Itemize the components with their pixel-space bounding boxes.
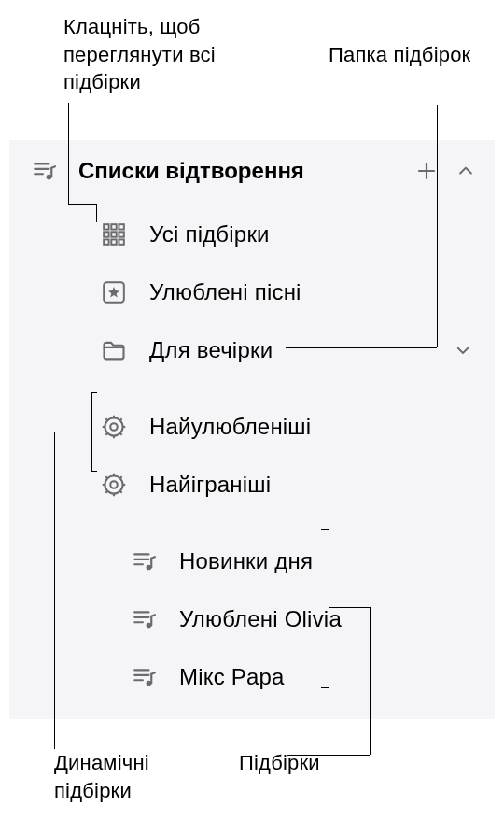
row-party-folder[interactable]: Для вечірки xyxy=(9,321,495,379)
svg-line-26 xyxy=(105,433,107,435)
row-label: Найіграніші xyxy=(149,472,474,498)
row-mix-papa[interactable]: Мікс Papa xyxy=(9,648,495,706)
svg-rect-12 xyxy=(104,239,108,244)
svg-point-28 xyxy=(105,475,122,493)
svg-line-36 xyxy=(105,491,107,493)
svg-point-19 xyxy=(110,423,117,430)
leader-line xyxy=(54,432,55,749)
svg-rect-6 xyxy=(104,224,108,229)
leader-line xyxy=(91,392,92,471)
leader-line xyxy=(437,105,438,347)
leader-line xyxy=(329,529,329,687)
row-most-played[interactable]: Найіграніші xyxy=(9,456,495,514)
svg-line-27 xyxy=(120,418,122,420)
leader-line xyxy=(286,347,437,348)
row-label: Новинки дня xyxy=(179,548,474,574)
leader-line xyxy=(329,607,370,608)
playlists-header-title: Списки відтворення xyxy=(78,158,413,184)
row-label: Усі підбірки xyxy=(149,221,474,248)
sidebar-panel: Списки відтворення Усі підбірки xyxy=(9,140,495,719)
leader-line xyxy=(68,103,69,204)
svg-rect-14 xyxy=(119,239,123,244)
svg-point-29 xyxy=(110,481,117,488)
row-label: Мікс Papa xyxy=(179,664,474,690)
row-label: Улюблені Olivia xyxy=(179,606,474,632)
collapse-chevron-icon[interactable] xyxy=(454,159,478,183)
callout-smart-playlists-b: підбірки xyxy=(54,777,132,805)
svg-line-35 xyxy=(120,491,122,493)
playlists-list: Усі підбірки Улюблені пісні xyxy=(9,202,495,706)
svg-rect-9 xyxy=(104,232,108,236)
leader-line xyxy=(321,529,329,530)
expand-chevron-icon[interactable] xyxy=(452,339,474,361)
leader-line xyxy=(54,432,91,432)
diagram-canvas: Клацніть, щоб переглянути всі підбірки П… xyxy=(0,0,504,835)
playlist-icon xyxy=(30,157,58,185)
svg-rect-13 xyxy=(111,239,116,244)
svg-rect-11 xyxy=(119,232,123,236)
svg-point-18 xyxy=(105,418,122,435)
row-all-playlists[interactable]: Усі підбірки xyxy=(9,205,495,263)
callout-smart-playlists-a: Динамічні xyxy=(54,749,149,777)
svg-line-37 xyxy=(120,476,122,478)
playlist-icon xyxy=(129,546,159,576)
grid-icon xyxy=(99,219,129,249)
svg-rect-10 xyxy=(111,232,116,236)
playlist-icon xyxy=(129,662,159,692)
row-label: Найулюбленіші xyxy=(149,414,474,440)
leader-line xyxy=(370,607,371,755)
svg-rect-8 xyxy=(119,224,123,229)
svg-marker-16 xyxy=(108,287,119,297)
svg-line-34 xyxy=(105,476,107,478)
callout-playlist-folder: Папка підбірок xyxy=(329,41,487,69)
leader-line xyxy=(96,204,97,222)
gear-icon xyxy=(99,470,129,500)
callout-playlists: Підбірки xyxy=(239,749,320,777)
callout-all-playlists: Клацніть, щоб переглянути всі підбірки xyxy=(63,13,287,96)
row-label: Улюблені пісні xyxy=(149,279,474,305)
row-olivia-fav[interactable]: Улюблені Olivia xyxy=(9,590,495,648)
leader-line xyxy=(91,471,97,472)
svg-line-25 xyxy=(120,433,122,435)
leader-line xyxy=(68,204,96,205)
playlists-header[interactable]: Списки відтворення xyxy=(9,140,495,202)
leader-line xyxy=(91,392,97,393)
svg-line-24 xyxy=(105,418,107,420)
star-box-icon xyxy=(99,277,129,307)
leader-line xyxy=(321,687,329,688)
row-favorite-songs[interactable]: Улюблені пісні xyxy=(9,263,495,321)
playlist-icon xyxy=(129,604,159,634)
folder-icon xyxy=(99,335,129,365)
row-label: Для вечірки xyxy=(149,337,452,363)
row-new-today[interactable]: Новинки дня xyxy=(9,532,495,590)
gear-icon xyxy=(99,412,129,442)
svg-rect-7 xyxy=(111,224,116,229)
row-most-loved[interactable]: Найулюбленіші xyxy=(9,398,495,456)
